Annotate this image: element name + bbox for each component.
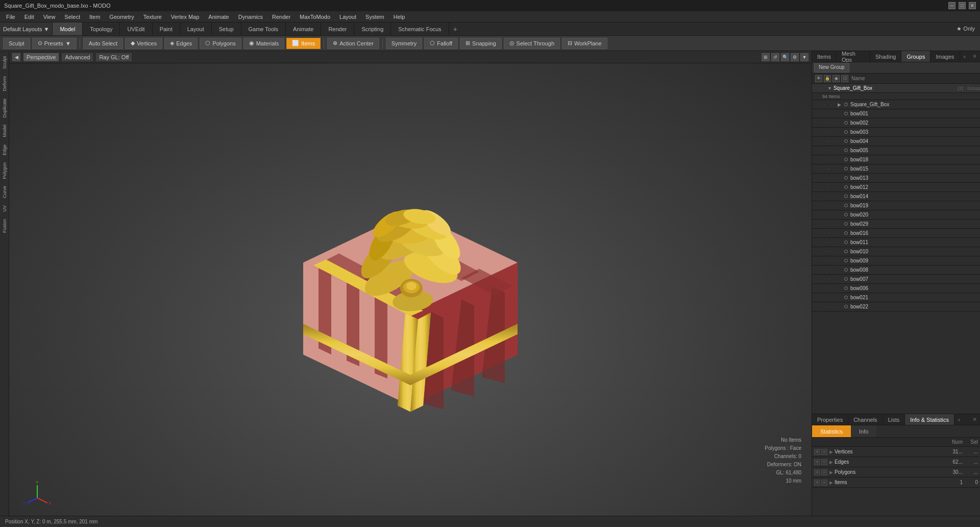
- brp-tab-add[interactable]: +: [954, 416, 964, 424]
- 3d-scene[interactable]: X Y Z No Items Polygons : Face Channels:…: [9, 63, 812, 516]
- gh-render-icon[interactable]: ◉: [832, 75, 840, 82]
- vp-perspective[interactable]: Perspective: [23, 53, 59, 61]
- gh-select-icon[interactable]: ⬡: [841, 75, 848, 82]
- rpanel-close[interactable]: ✕: [969, 52, 980, 61]
- edges-button[interactable]: ◈ Edges: [164, 38, 198, 49]
- menu-render[interactable]: Render: [268, 13, 295, 21]
- tree-item-root[interactable]: · · ▼ Square_Gift_Box (2) : Group: [812, 84, 980, 93]
- tree-item-bow002[interactable]: ·· ⬡ bow002: [812, 118, 980, 128]
- rpanel-tab-images[interactable]: Images: [930, 51, 960, 62]
- sidebar-tab-duplicate[interactable]: Duplicate: [1, 95, 8, 121]
- rpanel-tab-add[interactable]: +: [960, 53, 969, 61]
- sidebar-tab-curve[interactable]: Curve: [1, 183, 8, 201]
- close-button[interactable]: ✕: [969, 2, 976, 9]
- tree-item-bow012[interactable]: ·· ⬡ bow012: [812, 183, 980, 192]
- viewport-container[interactable]: ◀ Perspective Advanced Ray GL: Off ⊞ ↺ 🔍…: [9, 51, 812, 516]
- items-button[interactable]: ⬜ Items: [286, 38, 321, 49]
- vp-menu-icon[interactable]: ▼: [800, 53, 808, 61]
- tab-topology[interactable]: Topology: [83, 22, 120, 35]
- brp-tab-info-stats[interactable]: Info & Statistics: [905, 414, 954, 425]
- stats-minus-items[interactable]: −: [821, 480, 827, 486]
- menu-help[interactable]: Help: [389, 13, 409, 21]
- action-center-button[interactable]: ⊕ Action Center: [327, 38, 379, 49]
- sculpt-button[interactable]: Sculpt: [3, 38, 30, 49]
- stats-row-vertices[interactable]: + − ▶ Vertices 31... ...: [812, 447, 980, 457]
- stats-tab-statistics[interactable]: Statistics: [812, 425, 851, 437]
- menu-geometry[interactable]: Geometry: [105, 13, 138, 21]
- presets-button[interactable]: ⊙ Presets ▼: [32, 38, 77, 49]
- materials-button[interactable]: ◉ Materials: [243, 38, 285, 49]
- stats-minus-polygons[interactable]: −: [821, 469, 827, 475]
- tab-setup[interactable]: Setup: [212, 22, 241, 35]
- select-through-button[interactable]: ◎ Select Through: [504, 38, 560, 49]
- tab-schematic[interactable]: Schematic Focus: [391, 22, 449, 35]
- snapping-button[interactable]: ⊞ Snapping: [460, 38, 502, 49]
- sidebar-tab-sculpt[interactable]: Sculpt: [1, 53, 8, 72]
- rpanel-tab-meshops[interactable]: Mesh Ops: [837, 51, 870, 62]
- stats-plus-polygons[interactable]: +: [814, 469, 820, 475]
- new-group-button[interactable]: New Group: [814, 63, 849, 73]
- vp-raygl[interactable]: Ray GL: Off: [96, 53, 132, 61]
- menu-select[interactable]: Select: [60, 13, 84, 21]
- tree-item-bow015[interactable]: ·· ⬡ bow015: [812, 164, 980, 174]
- tab-uvedit[interactable]: UVEdit: [120, 22, 152, 35]
- tree-item-bow006[interactable]: ·· ⬡ bow006: [812, 284, 980, 293]
- tree-item-bow009[interactable]: ·· ⬡ bow009: [812, 256, 980, 266]
- gh-lock-icon[interactable]: 🔒: [824, 75, 831, 82]
- brp-close[interactable]: ✕: [969, 415, 980, 424]
- stats-plus-vertices[interactable]: +: [814, 449, 820, 455]
- tree-item-squaregiftbox[interactable]: · · ▶ ⬡ Square_Gift_Box: [812, 100, 980, 109]
- expand-vertices[interactable]: ▶: [829, 449, 835, 454]
- tree-item-bow016[interactable]: ·· ⬡ bow016: [812, 229, 980, 238]
- rpanel-tab-items[interactable]: Items: [812, 51, 837, 62]
- tree-item-bow018[interactable]: ·· ⬡ bow018: [812, 155, 980, 164]
- tree-item-bow010[interactable]: ·· ⬡ bow010: [812, 247, 980, 256]
- sidebar-tab-model[interactable]: Model: [1, 122, 8, 140]
- menu-item[interactable]: Item: [85, 13, 104, 21]
- vertices-button[interactable]: ◆ Vertices: [125, 38, 162, 49]
- vp-maximize-icon[interactable]: ⊞: [762, 53, 770, 61]
- tab-only-toggle[interactable]: ★ Only: [951, 23, 980, 34]
- menu-system[interactable]: System: [361, 13, 388, 21]
- falloff-button[interactable]: ⬡ Falloff: [424, 38, 458, 49]
- menu-view[interactable]: View: [39, 13, 60, 21]
- menu-dynamics[interactable]: Dynamics: [234, 13, 267, 21]
- menu-texture[interactable]: Texture: [139, 13, 166, 21]
- tab-animate[interactable]: Animate: [286, 22, 321, 35]
- expand-polygons[interactable]: ▶: [829, 470, 835, 475]
- stats-tab-info[interactable]: Info: [851, 425, 876, 437]
- tree-item-bow004[interactable]: ·· ⬡ bow004: [812, 137, 980, 146]
- tree-item-bow021[interactable]: ·· ⬡ bow021: [812, 293, 980, 302]
- symmetry-button[interactable]: Symmetry: [386, 38, 423, 49]
- vp-zoom-icon[interactable]: 🔍: [781, 53, 789, 61]
- tab-paint[interactable]: Paint: [153, 22, 180, 35]
- tab-gametools[interactable]: Game Tools: [241, 22, 286, 35]
- rpanel-tab-groups[interactable]: Groups: [901, 51, 930, 62]
- menu-file[interactable]: File: [2, 13, 19, 21]
- tree-item-bow008[interactable]: ·· ⬡ bow008: [812, 266, 980, 275]
- maximize-button[interactable]: □: [959, 2, 966, 9]
- tree-item-bow001[interactable]: · · ⬡ bow001: [812, 109, 980, 118]
- tree-item-bow011[interactable]: ·· ⬡ bow011: [812, 238, 980, 247]
- tree-item-bow013[interactable]: ·· ⬡ bow013: [812, 174, 980, 183]
- tree-item-bow014[interactable]: ·· ⬡ bow014: [812, 192, 980, 201]
- menu-animate[interactable]: Animate: [204, 13, 233, 21]
- vp-nav-prev[interactable]: ◀: [12, 53, 20, 61]
- stats-row-polygons[interactable]: + − ▶ Polygons 30... ...: [812, 467, 980, 477]
- brp-tab-channels[interactable]: Channels: [848, 414, 883, 425]
- vp-settings-icon[interactable]: ⚙: [791, 53, 799, 61]
- sidebar-tab-polygon[interactable]: Polygon: [1, 159, 8, 182]
- tree-item-bow022[interactable]: ·· ⬡ bow022: [812, 302, 980, 312]
- menu-maxtomodo[interactable]: MaxToModo: [296, 13, 334, 21]
- auto-select-button[interactable]: Auto Select: [83, 38, 123, 49]
- tab-add-button[interactable]: +: [449, 23, 461, 35]
- menu-vertexmap[interactable]: Vertex Map: [167, 13, 204, 21]
- stats-row-edges[interactable]: + − ▶ Edges 62... ...: [812, 457, 980, 467]
- rpanel-tab-shading[interactable]: Shading: [870, 51, 901, 62]
- polygons-button[interactable]: ⬡ Polygons: [200, 38, 241, 49]
- expand-items[interactable]: ▶: [829, 480, 835, 485]
- tree-item-bow029[interactable]: ·· ⬡ bow029: [812, 220, 980, 229]
- tab-render[interactable]: Render: [321, 22, 354, 35]
- layout-dropdown[interactable]: Default Layouts ▼: [3, 26, 49, 32]
- tree-item-bow003[interactable]: ·· ⬡ bow003: [812, 128, 980, 137]
